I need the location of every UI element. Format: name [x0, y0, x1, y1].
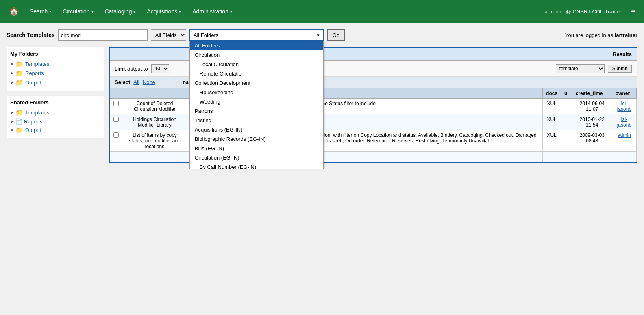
logged-in-text: You are logged in as lartrainer: [565, 32, 637, 38]
top-nav: 🏠 Search ▾ Circulation ▾ Cataloging ▾ Ac…: [0, 0, 644, 23]
arrow-icon: ➤: [10, 110, 14, 115]
table-row: Holdings Circulation Modifier Library fi…: [110, 114, 637, 130]
my-folders-output[interactable]: ➤ 📁 Output: [10, 78, 100, 87]
dropdown-item-collection-development[interactable]: Collection Development: [190, 78, 323, 88]
row-ui-cell: [561, 130, 572, 152]
row-docs-cell: XUL: [543, 99, 561, 114]
row-ui-cell: [561, 99, 572, 114]
dropdown-item-housekeeping[interactable]: Housekeeping: [190, 88, 323, 97]
th-name: [122, 88, 187, 99]
dropdown-item-bibliographic-records-eg-in[interactable]: Bibliographic Records (EG-IN): [190, 134, 323, 144]
results-table: docs ui create_time owner Count of Delet…: [110, 88, 637, 162]
row-checkbox-cell: [110, 152, 122, 162]
dropdown-item-patrons[interactable]: Patrons: [190, 106, 323, 116]
row-ui-cell: [561, 152, 572, 162]
dropdown-arrow-icon: ▾: [317, 32, 320, 38]
dropdown-item-local-circulation[interactable]: Local Circulation: [190, 60, 323, 69]
shared-folders-reports[interactable]: ➤ 📄 Reports: [10, 117, 100, 125]
nav-search-arrow: ▾: [49, 9, 51, 14]
dropdown-item-acquisitions-eg-in[interactable]: Acquisitions (EG-IN): [190, 125, 323, 134]
row-checkbox-cell: [110, 99, 122, 114]
dropdown-item-testing[interactable]: Testing: [190, 116, 323, 125]
owner-link[interactable]: isl-jasonb: [617, 117, 631, 128]
nav-cataloging[interactable]: Cataloging ▾: [99, 0, 141, 23]
row-create-time-cell: 2014-06-04 11:07: [572, 99, 612, 114]
dropdown-item-circulation[interactable]: Circulation: [190, 50, 323, 60]
shared-folders-templates[interactable]: ➤ 📁 Templates: [10, 108, 100, 117]
table-row: Count of Deleted Circulation Modifier n,…: [110, 99, 637, 114]
go-button[interactable]: Go: [327, 29, 345, 41]
main-content: Search Templates All Fields All Folders …: [0, 23, 644, 169]
home-button[interactable]: 🏠: [4, 0, 24, 23]
row-checkbox[interactable]: [113, 101, 119, 106]
row-create-time-cell: 2009-03-03 08:48: [572, 130, 612, 152]
arrow-icon: ➤: [10, 71, 14, 76]
arrow-icon: ➤: [10, 119, 14, 124]
row-create-time-cell: [572, 152, 612, 162]
row-owner-cell: admin: [612, 130, 636, 152]
search-input[interactable]: [58, 29, 148, 41]
dropdown-scroll-area[interactable]: All Folders Circulation Local Circulatio…: [190, 41, 323, 169]
dropdown-item-weeding[interactable]: Weeding: [190, 97, 323, 106]
sidebar: My Folders ➤ 📁 Templates ➤ 📁 Reports ➤ 📁…: [7, 47, 104, 163]
dropdown-item-circulation-eg-in[interactable]: Circulation (EG-IN): [190, 153, 323, 162]
arrow-icon: ➤: [10, 80, 14, 85]
owner-link[interactable]: isl-jasonb: [617, 101, 631, 112]
nav-acquisitions[interactable]: Acquisitions ▾: [141, 0, 187, 23]
nav-administration-arrow: ▾: [230, 9, 232, 14]
results-area: Results Limit output to 10 template Subm…: [109, 47, 637, 163]
results-header: Results: [110, 48, 637, 61]
nav-circulation-arrow: ▾: [91, 9, 94, 14]
fields-select[interactable]: All Fields: [151, 29, 186, 41]
shared-folders-output[interactable]: ➤ 📁 Output: [10, 125, 100, 135]
row-owner-cell: isl-jasonb: [612, 99, 636, 114]
folder-dropdown-menu: All Folders Circulation Local Circulatio…: [189, 41, 324, 169]
th-owner: owner: [612, 88, 636, 99]
folder-icon: 📁: [15, 109, 24, 117]
dropdown-item-all-folders[interactable]: All Folders: [190, 41, 323, 50]
row-docs-cell: XUL: [543, 130, 561, 152]
select-none-link[interactable]: None: [143, 79, 155, 85]
row-docs-cell: XUL: [543, 114, 561, 130]
select-label: Select: [115, 79, 130, 85]
nav-search[interactable]: Search ▾: [24, 0, 57, 23]
folder-icon: 📁: [15, 126, 24, 134]
row-ui-cell: [561, 114, 572, 130]
dropdown-item-bills-eg-in[interactable]: Bills (EG-IN): [190, 144, 323, 153]
row-docs-cell: [543, 152, 561, 162]
row-owner-cell: isl-jasonb: [612, 114, 636, 130]
my-folders-templates[interactable]: ➤ 📁 Templates: [10, 59, 100, 69]
nav-menu-icon[interactable]: ≡: [627, 7, 640, 16]
row-checkbox[interactable]: [113, 132, 119, 138]
select-all-link[interactable]: All: [133, 79, 139, 85]
search-templates-label: Search Templates: [7, 32, 55, 38]
template-select[interactable]: template: [556, 64, 605, 73]
my-folders-title: My Folders: [10, 51, 100, 57]
controls-row: Limit output to 10 template Submit: [110, 61, 637, 77]
folder-icon: 📁: [15, 69, 24, 77]
table-row: List of items by copy status, circ modif…: [110, 130, 637, 152]
row-owner-cell: [612, 152, 636, 162]
my-folders-reports[interactable]: ➤ 📁 Reports: [10, 69, 100, 78]
dropdown-item-remote-circulation[interactable]: Remote Circulation: [190, 69, 323, 78]
row-checkbox[interactable]: [113, 117, 119, 122]
folder-dropdown-toggle[interactable]: All Folders ▾: [189, 29, 324, 41]
arrow-icon: ➤: [10, 127, 14, 133]
results-title: Results: [613, 51, 632, 57]
limit-select[interactable]: 10: [151, 64, 169, 73]
submit-button[interactable]: Submit: [608, 65, 632, 73]
nav-user: lartrainer @ CNSRT-COL-Trainer: [538, 9, 627, 15]
row-create-time-cell: 2010-01-22 11:54: [572, 114, 612, 130]
table-select-row: Select All None name: [110, 77, 637, 88]
th-create-time: create_time: [572, 88, 612, 99]
folder-icon: 📁: [15, 60, 24, 68]
folder-icon: 📁: [15, 79, 24, 86]
nav-administration[interactable]: Administration ▾: [187, 0, 238, 23]
row-checkbox-cell: [110, 130, 122, 152]
dropdown-item-by-call-number[interactable]: By Call Number (EG-IN): [190, 162, 323, 169]
limit-label: Limit output to: [115, 66, 148, 72]
th-docs: docs: [543, 88, 561, 99]
nav-circulation[interactable]: Circulation ▾: [57, 0, 99, 23]
owner-link[interactable]: admin: [618, 132, 631, 138]
my-folders-section: My Folders ➤ 📁 Templates ➤ 📁 Reports ➤ 📁…: [7, 47, 104, 91]
